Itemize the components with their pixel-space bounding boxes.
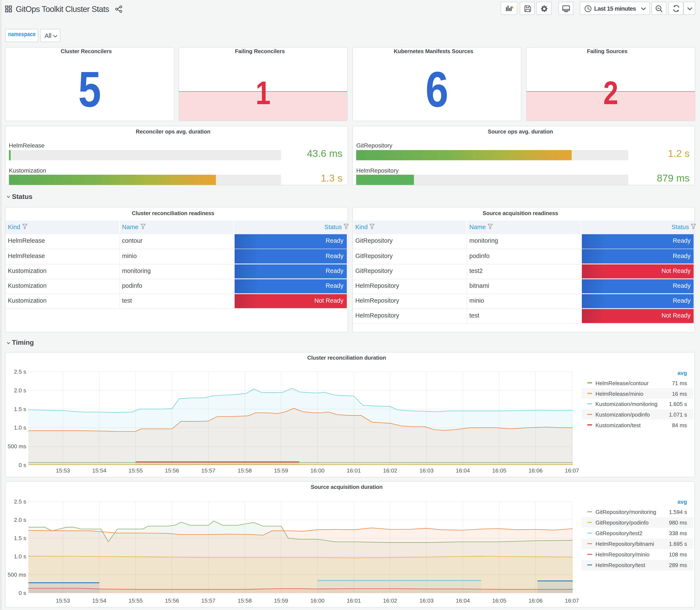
svg-text:15:56: 15:56 bbox=[165, 597, 179, 604]
svg-text:16:01: 16:01 bbox=[347, 597, 361, 604]
svg-text:16:06: 16:06 bbox=[528, 467, 542, 474]
svg-text:16:03: 16:03 bbox=[419, 597, 434, 604]
svg-text:16:02: 16:02 bbox=[383, 597, 397, 604]
svg-text:15:54: 15:54 bbox=[92, 597, 106, 604]
svg-text:15:59: 15:59 bbox=[274, 467, 288, 474]
svg-text:16:03: 16:03 bbox=[419, 467, 434, 474]
svg-text:2.0 s: 2.0 s bbox=[14, 387, 26, 394]
svg-text:15:56: 15:56 bbox=[165, 467, 179, 474]
svg-text:1.0 s: 1.0 s bbox=[14, 424, 26, 431]
svg-text:15:57: 15:57 bbox=[201, 467, 215, 474]
svg-text:0 s: 0 s bbox=[18, 590, 26, 596]
svg-text:16:00: 16:00 bbox=[310, 467, 325, 474]
svg-text:16:00: 16:00 bbox=[310, 597, 325, 604]
svg-text:2.0 s: 2.0 s bbox=[14, 517, 26, 523]
svg-text:15:54: 15:54 bbox=[92, 467, 106, 474]
svg-text:16:04: 16:04 bbox=[456, 597, 470, 604]
svg-text:16:05: 16:05 bbox=[492, 597, 506, 604]
svg-text:0 s: 0 s bbox=[18, 462, 26, 468]
svg-text:2.5 s: 2.5 s bbox=[14, 369, 26, 375]
svg-text:16:06: 16:06 bbox=[528, 597, 542, 604]
svg-text:15:57: 15:57 bbox=[201, 597, 215, 604]
svg-text:1.0 s: 1.0 s bbox=[14, 553, 26, 560]
svg-text:1.5 s: 1.5 s bbox=[14, 406, 26, 412]
svg-text:15:55: 15:55 bbox=[128, 597, 143, 604]
svg-text:2.5 s: 2.5 s bbox=[14, 498, 26, 505]
svg-text:500 ms: 500 ms bbox=[7, 443, 26, 450]
svg-text:16:07: 16:07 bbox=[565, 597, 579, 604]
svg-text:16:05: 16:05 bbox=[492, 467, 506, 474]
svg-text:500 ms: 500 ms bbox=[7, 572, 26, 578]
svg-text:16:04: 16:04 bbox=[456, 467, 470, 474]
svg-text:16:07: 16:07 bbox=[565, 467, 579, 474]
svg-text:15:58: 15:58 bbox=[238, 467, 252, 474]
svg-text:15:53: 15:53 bbox=[56, 597, 70, 604]
svg-text:1.5 s: 1.5 s bbox=[14, 535, 26, 541]
svg-text:16:01: 16:01 bbox=[347, 467, 361, 474]
svg-text:15:58: 15:58 bbox=[238, 597, 252, 604]
svg-text:15:53: 15:53 bbox=[56, 467, 70, 474]
svg-text:16:02: 16:02 bbox=[383, 467, 397, 474]
svg-text:15:59: 15:59 bbox=[274, 597, 288, 604]
svg-text:15:55: 15:55 bbox=[128, 467, 143, 474]
